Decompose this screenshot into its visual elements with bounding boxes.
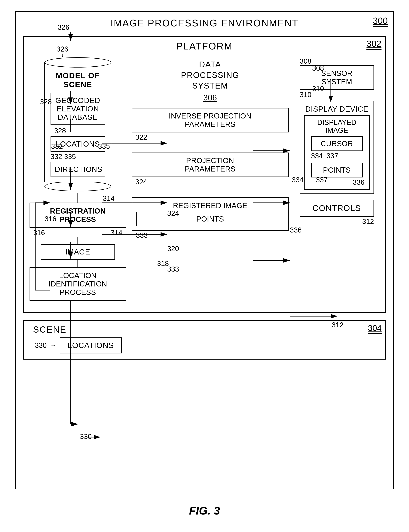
reg-image-label: REGISTERED IMAGE (136, 201, 284, 210)
locations-scene-label: LOCATIONS (68, 341, 114, 350)
geocoded-elevation-box: DATA GEOCODEDELEVATIONDATABASE (51, 93, 105, 125)
page: 300 IMAGE PROCESSING ENVIRONMENT 302 PLA… (0, 0, 409, 532)
ref-310-label: 310 (300, 91, 311, 99)
locations-label: LOCATIONS (56, 140, 100, 148)
registration-process-box: REGISTRATION PROCESS (29, 203, 126, 228)
arrow-scene-icon: → (50, 342, 56, 349)
vline-image-locid (77, 260, 78, 267)
ref-316-314-row: 316 314 (29, 229, 126, 237)
ref-332-335-row: 332 335 (51, 153, 105, 161)
locations-scene-box: LOCATIONS (60, 337, 122, 353)
scene-container: SCENE 304 330 → LOCATIONS (23, 320, 386, 360)
controls-label: CONTROLS (313, 203, 361, 213)
ref-308-label: 308 (300, 57, 311, 65)
platform-container: 302 PLATFORM 32 (23, 36, 386, 313)
cylinder-top (45, 57, 111, 67)
points-display-label: POINTS (323, 166, 351, 174)
sensor-system-label: SENSOR SYSTEM (321, 69, 353, 86)
ref-314-label: 314 (110, 229, 122, 237)
ref-337-label: 337 (327, 152, 338, 160)
loc-id-box: LOCATION IDENTIFICATION PROCESS (29, 267, 126, 301)
mid-spacer-1 (132, 141, 289, 152)
mid-col: DATA PROCESSING SYSTEM 306 INVERSE PROJE… (126, 57, 294, 241)
fig-caption: FIG. 3 (189, 504, 220, 517)
locations-box: LOCATIONS (51, 136, 105, 152)
ref-333-label: 333 (136, 231, 148, 239)
ref-300: 300 (373, 16, 388, 27)
outer-container: 300 IMAGE PROCESSING ENVIRONMENT 302 PLA… (15, 11, 394, 489)
ref-304-label: 304 (368, 323, 382, 334)
directions-box: DIRECTIONS (51, 162, 105, 177)
arrow-326-icon: ↓ (61, 52, 64, 58)
cursor-box: CURSOR (311, 136, 363, 151)
platform-inner: 326 ↓ MODEL OF SCENE DATA GEOCODEDELEVAT… (24, 54, 385, 312)
ref-328-label: 328 (45, 127, 111, 135)
ref-322-label: 322 (132, 133, 289, 141)
mid-spacer-2 (132, 186, 289, 197)
right-col: 308 SENSOR SYSTEM 310 DISPLAY DEVICE (294, 57, 380, 226)
controls-box: CONTROLS (300, 200, 374, 217)
points-display-box: POINTS (311, 163, 363, 178)
cursor-label: CURSOR (321, 140, 353, 148)
model-of-scene-container: 326 ↓ MODEL OF SCENE DATA GEOCODEDELEVAT… (45, 57, 111, 191)
ref-334-label: 334 (311, 152, 323, 160)
vline-cylinder-reg (77, 193, 78, 203)
scene-inner: 330 → LOCATIONS (29, 337, 380, 353)
ref-316-label: 316 (33, 229, 45, 237)
displayed-image-title: DISPLAYEDIMAGE (307, 118, 366, 134)
dps-title: DATA PROCESSING SYSTEM (132, 57, 289, 91)
ref-306: 306 (132, 93, 289, 102)
image-box: IMAGE (41, 244, 115, 260)
vline-reg-image (77, 237, 78, 244)
directions-label: DIRECTIONS (55, 165, 103, 173)
ref-330-label: 330 (35, 342, 47, 350)
ref-324-label: 324 (132, 178, 289, 186)
model-of-scene-label: MODEL OF SCENE (45, 67, 111, 91)
cylinder-body: MODEL OF SCENE DATA GEOCODEDELEVATIONDAT… (45, 63, 111, 182)
cylinder-bottom (45, 181, 111, 191)
image-label: IMAGE (65, 248, 90, 256)
ref-332-label: 332 (51, 153, 62, 161)
ref-334-337-row: 334 337 (307, 151, 366, 161)
ref-335-label: 335 (64, 153, 76, 161)
display-device-title: DISPLAY DEVICE (304, 105, 370, 113)
left-col: 326 ↓ MODEL OF SCENE DATA GEOCODEDELEVAT… (29, 57, 126, 304)
proj-params-box: PROJECTION PARAMETERS (132, 152, 289, 177)
ref-336-label: 336 (307, 178, 366, 186)
sensor-system-box: SENSOR SYSTEM (300, 65, 374, 90)
display-device-outer: DISPLAY DEVICE DISPLAYEDIMAGE CURSOR 334 (300, 101, 374, 194)
reg-image-outer: REGISTERED IMAGE POINTS 333 (132, 197, 289, 231)
inv-proj-box: INVERSE PROJECTION PARAMETERS (132, 108, 289, 133)
scene-title: SCENE (29, 325, 70, 336)
platform-title: PLATFORM (24, 37, 385, 54)
outer-title: IMAGE PROCESSING ENVIRONMENT (16, 12, 393, 32)
left-side-arrow-spacer (29, 301, 126, 304)
ref-312-label: 312 (362, 218, 374, 226)
ref-302: 302 (366, 39, 381, 50)
points-mid-box: POINTS (136, 212, 284, 226)
displayed-image-outer: DISPLAYEDIMAGE CURSOR 334 337 (304, 115, 370, 190)
